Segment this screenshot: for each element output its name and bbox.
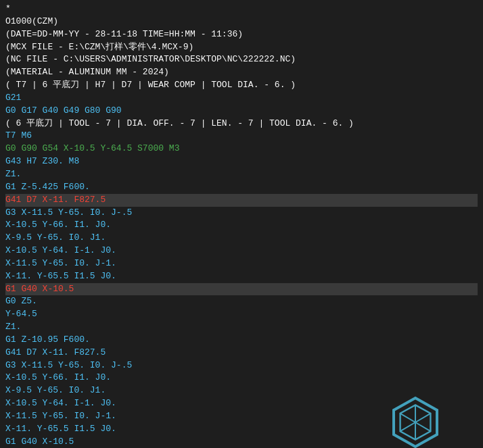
- code-line: G1 G40 X-10.5: [5, 283, 478, 296]
- code-line: G0 Z5.: [5, 295, 478, 308]
- code-line: G43 H7 Z30. M8: [5, 155, 478, 168]
- code-line: X-11. Y-65.5 I1.5 J0.: [5, 270, 478, 283]
- code-line: G0 G17 G40 G49 G80 G90: [5, 105, 478, 118]
- svg-line-4: [400, 414, 415, 422]
- code-editor: *O1000(CZM)(DATE=DD-MM-YY - 28-11-18 TIM…: [0, 0, 483, 448]
- code-line: O1000(CZM): [5, 16, 478, 28]
- code-line: Z1.: [5, 321, 478, 334]
- code-line: G1 Z-10.95 F600.: [5, 334, 478, 347]
- code-line: G3 X-11.5 Y-65. I0. J-.5: [5, 207, 478, 220]
- code-line: (NC FILE - C:\USERS\ADMINISTRATOR\DESKTO…: [5, 53, 478, 66]
- svg-line-3: [415, 414, 430, 422]
- code-line: G1 Z-5.425 F600.: [5, 181, 478, 194]
- code-line: G21: [5, 92, 478, 105]
- code-line: *: [5, 3, 478, 16]
- code-line: X-9.5 Y-65. I0. J1.: [5, 232, 478, 245]
- app-logo: [388, 395, 442, 448]
- code-line: G0 G90 G54 X-10.5 Y-64.5 S7000 M3: [5, 143, 478, 155]
- svg-line-7: [400, 422, 415, 431]
- code-line: Z1.: [5, 168, 478, 181]
- svg-line-6: [415, 422, 430, 431]
- code-line: (MCX FILE - E:\CZM\打样\零件\4.MCX-9): [5, 41, 478, 54]
- code-line: X-10.5 Y-66. I1. J0.: [5, 219, 478, 232]
- code-line: G41 D7 X-11. F827.5: [5, 194, 478, 207]
- code-line: G41 D7 X-11. F827.5: [5, 347, 478, 359]
- code-line: ( 6 平底刀 | TOOL - 7 | DIA. OFF. - 7 | LEN…: [5, 118, 478, 130]
- code-line: X-11.5 Y-65. I0. J-1.: [5, 257, 478, 270]
- code-line: (MATERIAL - ALUMINUM MM - 2024): [5, 66, 478, 79]
- code-line: Y-64.5: [5, 308, 478, 321]
- code-line: (DATE=DD-MM-YY - 28-11-18 TIME=HH:MM - 1…: [5, 28, 478, 41]
- code-line: X-10.5 Y-64. I-1. J0.: [5, 245, 478, 257]
- code-line: ( T7 | 6 平底刀 | H7 | D7 | WEAR COMP | TOO…: [5, 79, 478, 92]
- code-line: X-10.5 Y-66. I1. J0.: [5, 372, 478, 384]
- code-line: T7 M6: [5, 130, 478, 143]
- code-line: G3 X-11.5 Y-65. I0. J-.5: [5, 359, 478, 372]
